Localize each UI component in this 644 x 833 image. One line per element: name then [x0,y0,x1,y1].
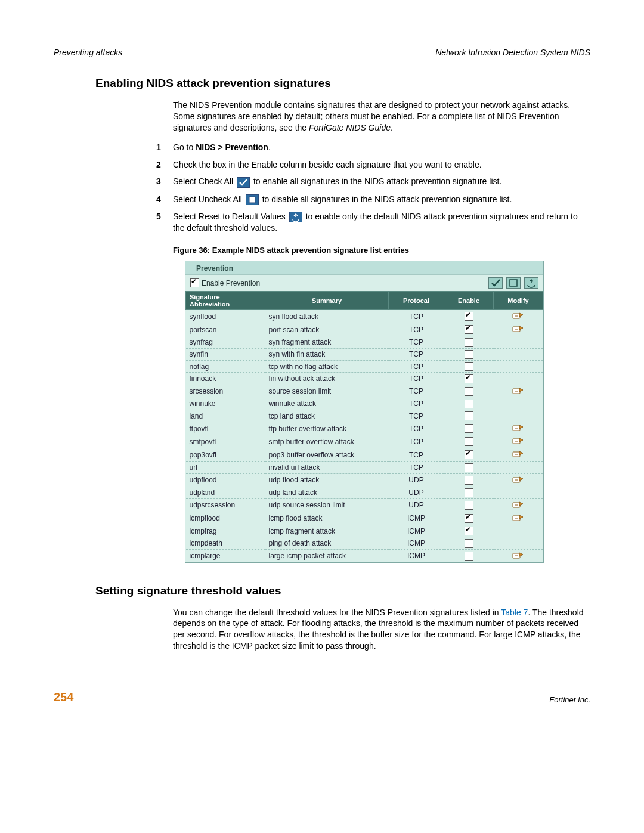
step-1: 1 Go to NIDS > Prevention. [173,142,590,153]
cell-protocol: ICMP [389,537,444,549]
figure-caption: Figure 36: Example NIDS attack preventio… [173,246,590,255]
step1-a: Go to [173,143,196,152]
uncheck-all-button[interactable] [506,277,521,289]
cell-summary: ftp buffer overflow attack [265,422,389,435]
check-all-button[interactable] [488,277,503,289]
modify-icon[interactable] [512,513,524,522]
cell-protocol: TCP [389,462,444,473]
step5-a: Select Reset to Default Values [173,212,288,221]
cell-summary: udp land attack [265,487,389,498]
panel-toolbar: Enable Prevention [185,274,543,291]
enable-checkbox[interactable] [465,338,473,347]
tab-prevention[interactable]: Prevention [190,262,239,274]
modify-icon[interactable] [512,423,524,432]
cell-signature: icmplarge [186,549,265,562]
modify-icon[interactable] [512,311,524,320]
cell-protocol: TCP [389,435,444,448]
cell-signature: udpland [186,487,265,498]
cell-protocol: TCP [389,336,444,348]
enable-checkbox[interactable] [465,514,473,523]
step-3: 3 Select Check All to enable all signatu… [173,176,590,187]
cell-signature: smtpovfl [186,435,265,448]
reset-defaults-button[interactable] [524,277,538,289]
col-protocol: Protocal [389,292,444,310]
cell-signature: url [186,462,265,473]
table-row: pop3ovflpop3 buffer overflow attackTCP [186,448,543,462]
cell-summary: udp flood attack [265,473,389,487]
table-row: icmpfloodicmp flood attackICMP [186,512,543,525]
table-row: synfloodsyn flood attackTCP [186,310,543,323]
check-all-icon [237,177,250,188]
cell-protocol: ICMP [389,512,444,525]
table-row: icmpdeathping of death attackICMP [186,537,543,549]
cell-signature: icmpfrag [186,525,265,537]
enable-checkbox[interactable] [465,350,473,359]
cell-summary: icmp flood attack [265,512,389,525]
step1-b: NIDS > Prevention [196,143,268,152]
modify-icon[interactable] [512,551,524,559]
enable-checkbox[interactable] [465,400,473,408]
enable-checkbox[interactable] [465,527,473,535]
enable-checkbox[interactable] [465,374,473,383]
cell-protocol: ICMP [389,549,444,562]
enable-prevention-checkbox[interactable] [190,278,199,287]
enable-checkbox[interactable] [465,539,473,548]
col-enable: Enable [444,292,494,310]
step-5: 5 Select Reset to Default Values to enab… [173,211,590,234]
step3-b: to enable all signatures in the NIDS att… [253,176,501,186]
modify-icon[interactable] [512,450,524,458]
cell-protocol: UDP [389,487,444,498]
table-row: portscanport scan attackTCP [186,323,543,336]
enable-checkbox[interactable] [465,387,473,396]
modify-icon[interactable] [512,475,524,484]
modify-icon[interactable] [512,386,524,395]
enable-checkbox[interactable] [465,463,473,472]
cell-signature: srcsession [186,385,265,398]
enable-checkbox[interactable] [465,476,473,485]
modify-icon[interactable] [512,500,524,509]
enable-checkbox[interactable] [465,325,473,334]
cell-summary: syn fragment attack [265,336,389,348]
section-heading-enabling: Enabling NIDS attack prevention signatur… [95,77,590,90]
enable-checkbox[interactable] [465,424,473,433]
enable-prevention-label: Enable Prevention [202,279,260,287]
table-row: ftpovflftp buffer overflow attackTCP [186,422,543,435]
cell-protocol: TCP [389,348,444,360]
nids-prevention-panel: Prevention Enable Prevention Signature A… [185,261,544,562]
step4-a: Select Uncheck All [173,194,244,204]
svg-rect-1 [510,280,517,286]
cell-summary: ping of death attack [265,537,389,549]
modify-icon[interactable] [512,436,524,445]
cell-summary: udp source session limit [265,498,389,512]
table-row: icmpfragicmp fragment attackICMP [186,525,543,537]
cell-summary: pop3 buffer overflow attack [265,448,389,462]
table-7-link[interactable]: Table 7 [501,608,528,617]
table-row: winnukewinnuke attackTCP [186,398,543,410]
enable-checkbox[interactable] [465,362,473,371]
cell-signature: synfin [186,348,265,360]
enable-checkbox[interactable] [465,488,473,497]
col-signature: Signature Abbreviation [186,292,265,310]
panel-tab-bar: Prevention [185,261,543,274]
enable-checkbox[interactable] [465,552,473,561]
cell-signature: udpsrcsession [186,498,265,512]
section-heading-threshold: Setting signature threshold values [95,584,590,597]
table-row: synfinsyn with fin attackTCP [186,348,543,360]
enable-checkbox[interactable] [465,450,473,459]
table-row: landtcp land attackTCP [186,410,543,422]
svg-rect-0 [249,197,255,203]
cell-signature: pop3ovfl [186,448,265,462]
cell-summary: smtp buffer overflow attack [265,435,389,448]
cell-protocol: TCP [389,310,444,323]
cell-summary: tcp land attack [265,410,389,422]
guide-title: FortiGate NIDS Guide [309,123,391,132]
cell-signature: portscan [186,323,265,336]
enable-checkbox[interactable] [465,312,473,321]
cell-summary: icmp fragment attack [265,525,389,537]
table-row: finnoackfin without ack attackTCP [186,373,543,385]
enable-checkbox[interactable] [465,501,473,510]
enable-checkbox[interactable] [465,411,473,420]
modify-icon[interactable] [512,324,524,333]
cell-summary: syn flood attack [265,310,389,323]
enable-checkbox[interactable] [465,437,473,446]
